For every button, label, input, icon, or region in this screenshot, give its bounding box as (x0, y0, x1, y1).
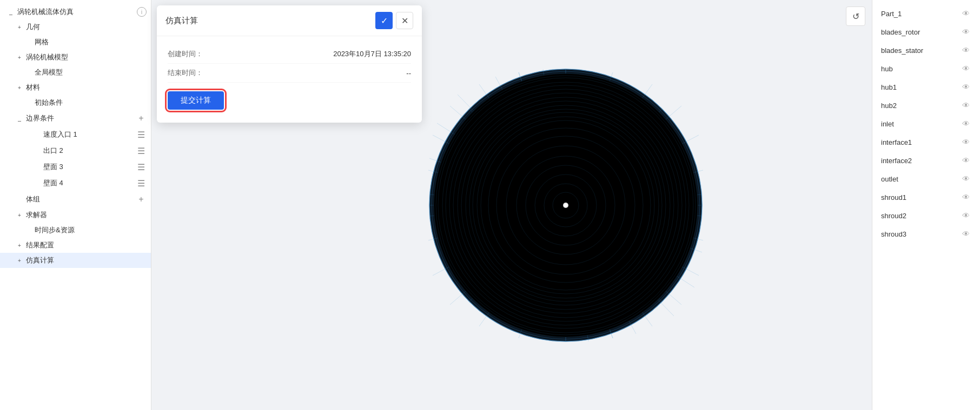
wall4-menu-icon[interactable]: ☰ (136, 178, 147, 189)
sidebar-item-root[interactable]: ⎯ 涡轮机械流体仿真 i (0, 4, 151, 19)
panel-label-interface1: interface1 (881, 138, 961, 146)
toggle-plus5-icon: + (15, 241, 24, 250)
panel-row-blades-rotor[interactable]: blades_rotor 👁 (872, 23, 980, 41)
sidebar-item-sim-calc[interactable]: + 仿真计算 (0, 253, 151, 268)
toggle-none9-icon (24, 226, 32, 234)
sidebar-global-label: 全局模型 (35, 68, 147, 77)
panel-label-outlet: outlet (881, 175, 961, 183)
panel-label-blades-stator: blades_stator (881, 46, 961, 55)
panel-row-interface2[interactable]: interface2 👁 (872, 151, 980, 170)
refresh-icon: ↺ (852, 11, 859, 22)
simulation-dialog: 仿真计算 ✓ ✕ 创建时间： 2023年10月7日 13:35:20 结束时间：… (157, 5, 422, 123)
dialog-created-row: 创建时间： 2023年10月7日 13:35:20 (168, 45, 411, 64)
sidebar: ⎯ 涡轮机械流体仿真 i + 几何 网格 + 涡轮机械模型 全局模型 + 材料 … (0, 0, 151, 410)
panel-row-interface1[interactable]: interface1 👁 (872, 133, 980, 151)
sidebar-wall3-label: 壁面 3 (43, 162, 136, 172)
dialog-confirm-button[interactable]: ✓ (375, 12, 393, 29)
panel-label-shroud1: shroud1 (881, 193, 961, 201)
toggle-none6-icon (32, 163, 41, 171)
outlet2-menu-icon[interactable]: ☰ (136, 145, 147, 156)
toggle-none7-icon (32, 179, 41, 187)
velocity-inlet-menu-icon[interactable]: ☰ (136, 129, 147, 140)
sidebar-outlet2-label: 出口 2 (43, 146, 136, 156)
panel-label-hub: hub (881, 65, 961, 73)
panel-label-interface2: interface2 (881, 157, 961, 165)
eye-icon-interface2[interactable]: 👁 (961, 155, 971, 166)
sidebar-material-label: 材料 (26, 83, 147, 92)
dialog-submit-container: 提交计算 (168, 83, 411, 114)
sidebar-geometry-label: 几何 (26, 22, 147, 32)
submit-calculation-button[interactable]: 提交计算 (168, 91, 224, 110)
sidebar-item-outlet2[interactable]: 出口 2 ☰ (0, 143, 151, 159)
toggle-none3-icon (24, 98, 32, 107)
toggle-none8-icon (15, 195, 24, 204)
svg-point-63 (564, 204, 567, 207)
sidebar-timestep-label: 时间步&资源 (35, 225, 147, 235)
eye-icon-blades-rotor[interactable]: 👁 (961, 26, 971, 37)
toggle-none5-icon (32, 146, 41, 155)
panel-row-shroud2[interactable]: shroud2 👁 (872, 206, 980, 225)
dialog-body: 创建时间： 2023年10月7日 13:35:20 结束时间： -- 提交计算 (157, 36, 422, 123)
panel-row-inlet[interactable]: inlet 👁 (872, 115, 980, 133)
panel-label-shroud2: shroud2 (881, 212, 961, 220)
toggle-plus4-icon: + (15, 211, 24, 219)
sidebar-item-boundary[interactable]: ⎯ 边界条件 + (0, 110, 151, 126)
dialog-end-row: 结束时间： -- (168, 64, 411, 83)
sidebar-item-wall4[interactable]: 壁面 4 ☰ (0, 175, 151, 191)
sidebar-item-result-config[interactable]: + 结果配置 (0, 238, 151, 253)
sidebar-item-wall3[interactable]: 壁面 3 ☰ (0, 159, 151, 175)
sidebar-item-turbo-model[interactable]: + 涡轮机械模型 (0, 50, 151, 65)
eye-icon-interface1[interactable]: 👁 (961, 137, 971, 147)
toggle-none4-icon (32, 130, 41, 139)
sidebar-item-velocity-inlet[interactable]: 速度入口 1 ☰ (0, 126, 151, 143)
panel-row-blades-stator[interactable]: blades_stator 👁 (872, 41, 980, 59)
top-right-toolbar: ↺ (846, 6, 865, 26)
eye-icon-hub2[interactable]: 👁 (961, 100, 971, 111)
toggle-plus2-icon: + (15, 53, 24, 62)
sidebar-item-material[interactable]: + 材料 (0, 80, 151, 95)
toggle-none2-icon (24, 68, 32, 77)
panel-row-part1[interactable]: Part_1 👁 (872, 4, 980, 23)
panel-row-shroud3[interactable]: shroud3 👁 (872, 225, 980, 243)
sidebar-item-global-model[interactable]: 全局模型 (0, 65, 151, 80)
sidebar-velocity-inlet-label: 速度入口 1 (43, 130, 136, 139)
eye-icon-part1[interactable]: 👁 (961, 8, 971, 19)
sidebar-item-solver[interactable]: + 求解器 (0, 207, 151, 223)
dialog-end-value: -- (211, 69, 411, 77)
toggle-minus-icon: ⎯ (6, 8, 15, 16)
sidebar-item-mesh[interactable]: 网格 (0, 35, 151, 50)
dialog-end-label: 结束时间： (168, 68, 211, 78)
body-group-add-icon[interactable]: + (136, 194, 147, 205)
panel-label-part1: Part_1 (881, 10, 961, 18)
eye-icon-shroud3[interactable]: 👁 (961, 228, 971, 239)
sidebar-solver-label: 求解器 (26, 210, 147, 220)
eye-icon-shroud1[interactable]: 👁 (961, 192, 971, 203)
sidebar-turbo-label: 涡轮机械模型 (26, 52, 147, 62)
sidebar-item-geometry[interactable]: + 几何 (0, 19, 151, 35)
eye-icon-hub[interactable]: 👁 (961, 63, 971, 74)
sidebar-item-timestep[interactable]: 时间步&资源 (0, 223, 151, 238)
toggle-plus6-icon: + (15, 256, 24, 265)
panel-row-hub2[interactable]: hub2 👁 (872, 96, 980, 115)
boundary-add-icon[interactable]: + (136, 113, 147, 124)
panel-row-hub[interactable]: hub 👁 (872, 59, 980, 78)
eye-icon-blades-stator[interactable]: 👁 (961, 45, 971, 56)
right-panel: Part_1 👁 blades_rotor 👁 blades_stator 👁 … (872, 0, 980, 410)
eye-icon-inlet[interactable]: 👁 (961, 118, 971, 129)
panel-row-hub1[interactable]: hub1 👁 (872, 78, 980, 96)
eye-icon-shroud2[interactable]: 👁 (961, 210, 971, 221)
toggle-plus-icon: + (15, 23, 24, 31)
dialog-header: 仿真计算 ✓ ✕ (157, 5, 422, 36)
panel-row-outlet[interactable]: outlet 👁 (872, 170, 980, 188)
wall3-menu-icon[interactable]: ☰ (136, 162, 147, 172)
toggle-plus3-icon: + (15, 83, 24, 92)
sidebar-body-group-label: 体组 (26, 194, 136, 204)
sidebar-item-init-cond[interactable]: 初始条件 (0, 95, 151, 110)
panel-row-shroud1[interactable]: shroud1 👁 (872, 188, 980, 206)
eye-icon-outlet[interactable]: 👁 (961, 173, 971, 184)
refresh-button[interactable]: ↺ (846, 6, 865, 26)
panel-label-hub2: hub2 (881, 102, 961, 110)
eye-icon-hub1[interactable]: 👁 (961, 82, 971, 92)
dialog-close-button[interactable]: ✕ (396, 12, 413, 29)
sidebar-item-body-group[interactable]: 体组 + (0, 191, 151, 207)
